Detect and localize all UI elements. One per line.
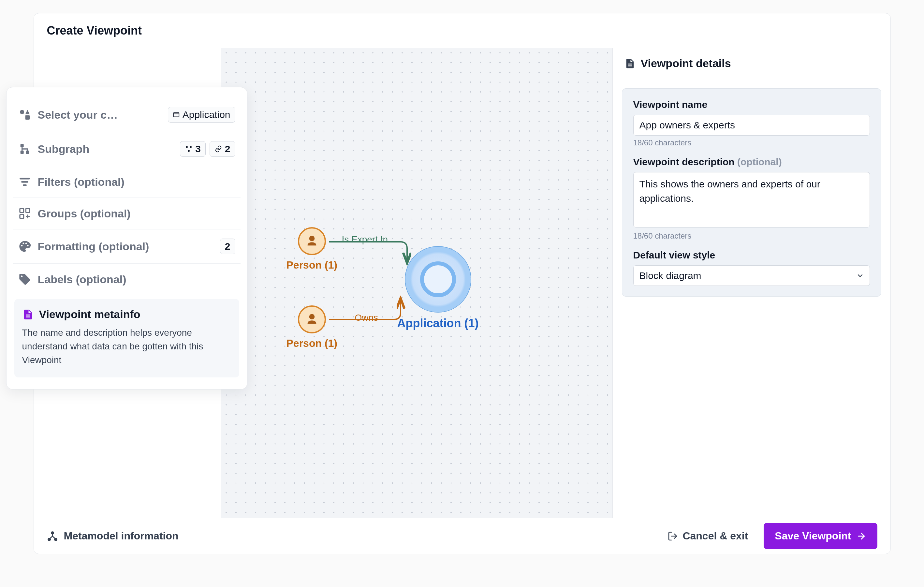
edge-label-expert: Is Expert In xyxy=(342,234,388,245)
section-filters[interactable]: Filters (optional) xyxy=(13,166,241,198)
tree-icon xyxy=(18,142,31,155)
palette-icon xyxy=(18,240,31,253)
metainfo-title: Viewpoint metainfo xyxy=(39,308,140,321)
section-label: Formatting (optional) xyxy=(38,240,213,253)
section-label: Subgraph xyxy=(38,143,174,155)
node-application[interactable]: Application (1) xyxy=(397,247,479,330)
subgraph-links-count[interactable]: 2 xyxy=(210,141,235,157)
filter-icon xyxy=(18,175,31,188)
formatting-count: 2 xyxy=(220,239,235,254)
svg-rect-15 xyxy=(26,209,30,213)
cancel-button[interactable]: Cancel & exit xyxy=(660,525,756,547)
field-view-style: Default view style Block diagram xyxy=(633,250,870,286)
details-body: Viewpoint name 18/60 characters Viewpoin… xyxy=(622,88,881,297)
arrow-right-icon xyxy=(856,531,866,541)
svg-rect-1 xyxy=(25,115,29,120)
person-icon xyxy=(298,227,326,255)
section-metainfo[interactable]: Viewpoint metainfo The name and descript… xyxy=(14,299,239,378)
svg-rect-5 xyxy=(20,144,23,147)
chip-label: Application xyxy=(183,109,231,120)
viewpoint-name-input[interactable] xyxy=(633,115,870,135)
svg-point-9 xyxy=(190,146,191,148)
section-label: Labels (optional) xyxy=(38,273,235,286)
shapes-icon xyxy=(18,108,31,121)
svg-rect-14 xyxy=(20,209,24,213)
person-icon xyxy=(298,305,326,333)
document-icon xyxy=(624,58,635,69)
node-label: Person (1) xyxy=(287,259,337,271)
window-icon xyxy=(173,111,180,118)
metamodel-link[interactable]: Metamodel information xyxy=(47,530,178,542)
svg-rect-16 xyxy=(20,214,24,218)
section-formatting[interactable]: Formatting (optional) 2 xyxy=(13,229,241,264)
viewpoint-desc-label: Viewpoint description (optional) xyxy=(633,157,870,168)
accordion-panel: Select your c… Application Subgraph 3 xyxy=(6,87,248,389)
svg-point-19 xyxy=(51,532,53,534)
section-subgraph[interactable]: Subgraph 3 2 xyxy=(13,132,241,166)
save-button[interactable]: Save Viewpoint xyxy=(764,523,877,549)
details-title: Viewpoint details xyxy=(641,57,731,70)
viewpoint-desc-hint: 18/60 characters xyxy=(633,231,870,241)
field-viewpoint-name: Viewpoint name 18/60 characters xyxy=(633,99,870,147)
graph-icon xyxy=(47,531,58,542)
viewpoint-name-label: Viewpoint name xyxy=(633,99,870,110)
field-viewpoint-description: Viewpoint description (optional) 18/60 c… xyxy=(633,157,870,241)
app-window: Create Viewpoint Select your c… Applicat… xyxy=(33,13,891,554)
svg-marker-2 xyxy=(25,110,29,114)
node-label: Application (1) xyxy=(397,317,479,330)
grid-plus-icon xyxy=(18,207,31,220)
metainfo-description: The name and description helps everyone … xyxy=(22,326,231,367)
view-style-select[interactable]: Block diagram xyxy=(633,265,870,286)
canvas[interactable]: Is Expert In Owns Person (1) Person (1) … xyxy=(221,48,612,518)
edge-label-owns: Owns xyxy=(355,313,378,323)
section-label: Groups (optional) xyxy=(38,207,235,220)
details-header: Viewpoint details xyxy=(613,48,891,79)
details-panel: Viewpoint details Viewpoint name 18/60 c… xyxy=(612,48,891,518)
exit-icon xyxy=(668,531,678,541)
svg-rect-7 xyxy=(26,150,29,154)
top-bar: Create Viewpoint xyxy=(34,13,891,48)
link-icon xyxy=(214,145,222,153)
svg-point-0 xyxy=(20,110,24,114)
viewpoint-name-hint: 18/60 characters xyxy=(633,138,870,147)
section-label: Filters (optional) xyxy=(38,176,235,188)
section-labels[interactable]: Labels (optional) xyxy=(13,264,241,295)
page-title: Create Viewpoint xyxy=(47,24,142,38)
view-style-label: Default view style xyxy=(633,250,870,261)
subgraph-nodes-count[interactable]: 3 xyxy=(180,141,206,157)
tag-icon xyxy=(18,273,31,286)
svg-point-8 xyxy=(186,146,188,148)
node-person-1[interactable]: Person (1) xyxy=(287,227,337,271)
section-label: Select your c… xyxy=(38,109,161,121)
node-label: Person (1) xyxy=(287,337,337,350)
node-person-2[interactable]: Person (1) xyxy=(287,305,337,350)
document-icon xyxy=(22,309,34,320)
svg-point-10 xyxy=(188,150,190,152)
section-select-context[interactable]: Select your c… Application xyxy=(13,98,241,132)
main-area: Select your c… Application Subgraph 3 xyxy=(34,48,891,518)
nodes-icon xyxy=(185,145,193,153)
svg-rect-3 xyxy=(173,113,179,117)
section-groups[interactable]: Groups (optional) xyxy=(13,198,241,229)
viewpoint-desc-input[interactable] xyxy=(633,172,870,228)
svg-rect-6 xyxy=(20,150,23,154)
application-circle-icon xyxy=(406,247,471,312)
context-chip-application[interactable]: Application xyxy=(168,107,235,122)
